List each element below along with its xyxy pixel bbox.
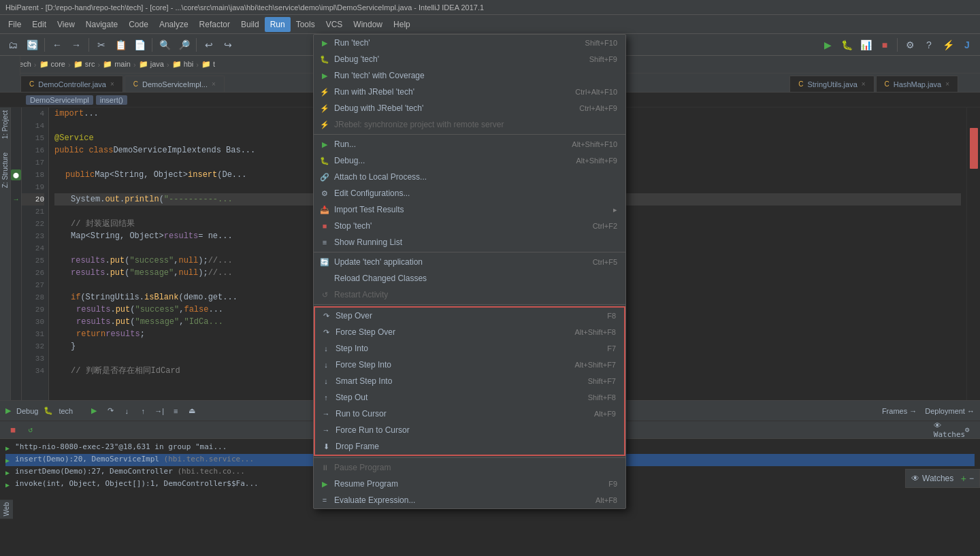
nav-core[interactable]: 📁 core — [39, 60, 65, 69]
menu-reload-classes[interactable]: Reload Changed Classes — [314, 270, 625, 287]
toolbar-help-btn[interactable]: ? — [920, 36, 938, 54]
nav-src[interactable]: 📁 src — [74, 60, 95, 69]
menu-step-into[interactable]: ↓ Step Into F7 — [315, 340, 624, 357]
menu-file[interactable]: File — [3, 17, 27, 32]
menu-run-to-cursor[interactable]: → Run to Cursor Alt+F9 — [315, 406, 624, 422]
menu-analyze[interactable]: Analyze — [154, 17, 194, 32]
breadcrumb-class[interactable]: DemoServiceImpl — [26, 95, 93, 105]
debug-resume-btn[interactable]: ▶ — [86, 404, 101, 419]
tab-demoserviceimpl[interactable]: C DemoServiceImpl... × — [125, 76, 225, 92]
left-sidebar-strip: 1: Project Z: Structure — [0, 108, 11, 400]
toolbar-debug-btn[interactable]: 🐛 — [838, 36, 855, 54]
menu-edit-configs[interactable]: ⚙ Edit Configurations... — [314, 185, 625, 201]
menu-tools[interactable]: Tools — [291, 17, 321, 32]
nav-t[interactable]: 📁 t — [201, 60, 215, 69]
step-into-icon: ↓ — [321, 343, 331, 354]
debug-runcursor-btn[interactable]: →| — [152, 404, 167, 419]
menu-resume-program[interactable]: ▶ Resume Program F9 — [314, 476, 625, 492]
debug-extra-btn[interactable]: ⏏ — [184, 404, 199, 419]
menu-run-jrebel[interactable]: ⚡ Run with JRebel 'tech' Ctrl+Alt+F10 — [314, 84, 625, 100]
menu-evaluate-expr[interactable]: = Evaluate Expression... Alt+F8 — [314, 492, 625, 508]
menu-build[interactable]: Build — [235, 17, 265, 32]
menu-refactor[interactable]: Refactor — [194, 17, 235, 32]
sidebar-project-label[interactable]: 1: Project — [1, 110, 9, 139]
tab-democontroller[interactable]: C DemoController.java × — [20, 76, 123, 92]
menu-code[interactable]: Code — [123, 17, 154, 32]
tab-close-3[interactable]: × — [862, 80, 866, 88]
menu-step-out[interactable]: ↑ Step Out Shift+F8 — [315, 389, 624, 406]
tab-close-1[interactable]: × — [110, 80, 114, 88]
menu-run-tech[interactable]: ▶ Run 'tech' Shift+F10 — [314, 35, 625, 51]
menu-import-test[interactable]: 📥 Import Test Results ▸ — [314, 201, 625, 218]
toolbar-run-btn[interactable]: ▶ — [819, 36, 836, 54]
toolbar-paste-btn[interactable]: 📄 — [131, 36, 148, 54]
debug-deployment-tab[interactable]: Deployment ↔ — [925, 407, 975, 415]
debug-evaluate-btn[interactable]: ≡ — [168, 404, 183, 419]
debug-stepout-btn[interactable]: ↑ — [135, 404, 150, 419]
toolbar-find-usage-btn[interactable]: 🔎 — [175, 36, 193, 54]
toolbar-back-btn[interactable]: ← — [48, 36, 66, 54]
toolbar-settings-btn[interactable]: ⚙ — [901, 36, 919, 54]
console-rerun-btn[interactable]: ↺ — [23, 423, 38, 438]
debug-stepinto-btn[interactable]: ↓ — [119, 404, 134, 419]
menu-help[interactable]: Help — [388, 17, 416, 32]
breakpoint-marker-18[interactable]: ⬤ — [11, 169, 21, 180]
toolbar-stop-btn[interactable]: ■ — [876, 36, 894, 54]
nav-hbi[interactable]: 📁 hbi — [172, 60, 194, 69]
toolbar-sync-btn[interactable]: 🔄 — [23, 36, 41, 54]
menu-run[interactable]: Run — [265, 17, 291, 32]
debug-run-icon[interactable]: 🐛 — [44, 406, 53, 415]
toolbar-idea-btn[interactable]: J — [958, 36, 976, 54]
breadcrumb-method[interactable]: insert() — [96, 95, 127, 105]
debug-stepover-btn[interactable]: ↷ — [103, 404, 118, 419]
console-settings-btn[interactable]: ⚙ — [960, 423, 975, 438]
menu-window[interactable]: Window — [348, 17, 388, 32]
menu-force-step-into[interactable]: ↓ Force Step Into Alt+Shift+F7 — [315, 357, 624, 373]
menu-navigate[interactable]: Navigate — [80, 17, 123, 32]
menu-smart-step-into-shortcut: Shift+F7 — [588, 377, 616, 385]
menu-show-running[interactable]: ≡ Show Running List — [314, 234, 625, 250]
menu-smart-step-into[interactable]: ↓ Smart Step Into Shift+F7 — [315, 373, 624, 389]
toolbar-forward-btn[interactable]: → — [67, 36, 85, 54]
toolbar-profile-btn[interactable]: 📊 — [857, 36, 875, 54]
menu-run-coverage[interactable]: ▶ Run 'tech' with Coverage — [314, 67, 625, 84]
tab-stringutils[interactable]: C StringUtils.java × — [789, 76, 874, 92]
tab-hashmap[interactable]: C HashMap.java × — [876, 76, 958, 92]
watches-panel[interactable]: 👁 Watches + − — [905, 469, 980, 488]
toolbar-redo-btn[interactable]: ↪ — [219, 36, 237, 54]
tab-label-4: HashMap.java — [894, 80, 941, 88]
sidebar-structure-label[interactable]: Z: Structure — [1, 152, 9, 188]
toolbar-extra-btn[interactable]: ⚡ — [939, 36, 957, 54]
menu-force-step-over[interactable]: ↷ Force Step Over Alt+Shift+F8 — [315, 324, 624, 340]
nav-java[interactable]: 📁 java — [139, 60, 164, 69]
toolbar-project-btn[interactable]: 🗂 — [4, 36, 22, 54]
menu-edit[interactable]: Edit — [27, 17, 52, 32]
debug-resume-icon[interactable]: ▶ — [5, 406, 11, 415]
toolbar-undo-btn[interactable]: ↩ — [200, 36, 218, 54]
console-watches-btn[interactable]: 👁 Watches — [942, 423, 957, 438]
tab-close-4[interactable]: × — [945, 80, 949, 88]
console-stop-btn[interactable]: ■ — [5, 423, 20, 438]
menu-stop-tech[interactable]: ■ Stop 'tech' Ctrl+F2 — [314, 218, 625, 234]
toolbar-find-btn[interactable]: 🔍 — [156, 36, 174, 54]
watches-add-icon[interactable]: + — [961, 473, 966, 484]
toolbar-copy-btn[interactable]: 📋 — [112, 36, 129, 54]
menu-attach-process[interactable]: 🔗 Attach to Local Process... — [314, 169, 625, 185]
menu-debug-tech[interactable]: 🐛 Debug 'tech' Shift+F9 — [314, 51, 625, 67]
menu-debug-dots[interactable]: 🐛 Debug... Alt+Shift+F9 — [314, 152, 625, 169]
menu-view[interactable]: View — [52, 17, 80, 32]
nav-main[interactable]: 📁 main — [103, 60, 131, 69]
menu-step-over[interactable]: ↷ Step Over F8 — [315, 308, 624, 324]
sidebar-web-label[interactable]: Web — [0, 500, 13, 519]
menu-vcs[interactable]: VCS — [321, 17, 348, 32]
menu-update-app[interactable]: 🔄 Update 'tech' application Ctrl+F5 — [314, 254, 625, 270]
tab-close-2[interactable]: × — [212, 80, 216, 88]
menu-run-dots[interactable]: ▶ Run... Alt+Shift+F10 — [314, 136, 625, 152]
watches-remove-icon[interactable]: − — [969, 474, 974, 483]
menu-evaluate-shortcut: Alt+F8 — [595, 496, 617, 504]
menu-debug-jrebel[interactable]: ⚡ Debug with JRebel 'tech' Ctrl+Alt+F9 — [314, 100, 625, 116]
toolbar-cut-btn[interactable]: ✂ — [93, 36, 110, 54]
menu-drop-frame[interactable]: ⬇ Drop Frame — [315, 438, 624, 455]
menu-force-run-cursor[interactable]: → Force Run to Cursor — [315, 422, 624, 438]
debug-frames-tab[interactable]: Frames → — [882, 407, 917, 415]
